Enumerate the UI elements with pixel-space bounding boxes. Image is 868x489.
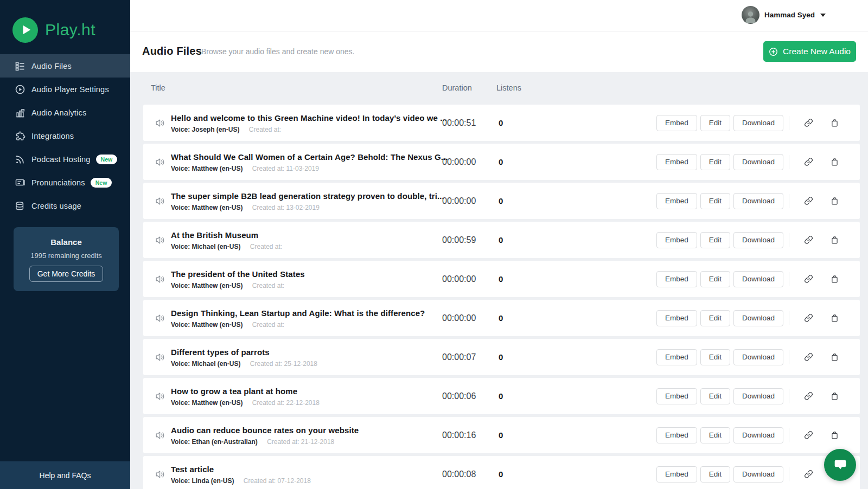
embed-button[interactable]: Embed xyxy=(656,310,697,326)
download-button[interactable]: Download xyxy=(733,193,783,209)
chat-launcher-button[interactable] xyxy=(824,449,856,481)
edit-button[interactable]: Edit xyxy=(700,310,730,326)
copy-link-icon[interactable] xyxy=(804,196,814,206)
sidebar-item-pronunciations[interactable]: PronunciationsNew xyxy=(0,171,130,194)
brand-logo[interactable]: Play.ht xyxy=(0,0,130,49)
copy-link-icon[interactable] xyxy=(804,274,814,284)
download-button[interactable]: Download xyxy=(733,466,783,482)
speaker-icon xyxy=(155,117,167,129)
edit-button[interactable]: Edit xyxy=(700,232,730,248)
copy-link-icon[interactable] xyxy=(804,313,814,323)
row-actions: Embed Edit Download xyxy=(653,193,840,209)
row-actions: Embed Edit Download xyxy=(653,154,840,170)
download-button[interactable]: Download xyxy=(733,115,783,131)
embed-button[interactable]: Embed xyxy=(656,388,697,404)
audio-duration: 00:00:59 xyxy=(442,235,496,245)
create-new-audio-button[interactable]: Create New Audio xyxy=(763,41,856,62)
row-actions: Embed Edit Download xyxy=(653,388,840,404)
audio-created-at: Created at: 21-12-2018 xyxy=(267,438,334,446)
audio-voice: Voice: Matthew (en-US) xyxy=(171,321,242,329)
audio-duration: 00:00:07 xyxy=(442,352,496,362)
download-button[interactable]: Download xyxy=(733,310,783,326)
sidebar-item-podcast-hosting[interactable]: Podcast HostingNew xyxy=(0,147,130,171)
audio-files-table: Title Duration Listens Hello and welcome… xyxy=(130,72,868,489)
download-button[interactable]: Download xyxy=(733,388,783,404)
delete-icon[interactable] xyxy=(830,196,840,206)
copy-link-icon[interactable] xyxy=(804,352,814,362)
delete-icon[interactable] xyxy=(830,313,840,323)
audio-title: The president of the United States xyxy=(171,269,305,279)
sidebar-nav: Audio FilesAudio Player SettingsAudio An… xyxy=(0,54,130,217)
copy-link-icon[interactable] xyxy=(804,430,814,440)
actions-divider xyxy=(789,350,789,364)
delete-icon[interactable] xyxy=(830,391,840,401)
embed-button[interactable]: Embed xyxy=(656,466,697,482)
audio-duration: 00:00:00 xyxy=(442,157,496,167)
copy-link-icon[interactable] xyxy=(804,157,814,167)
sidebar-item-label: Integrations xyxy=(31,132,74,140)
sidebar-item-label: Audio Files xyxy=(31,62,72,70)
sidebar-item-integrations[interactable]: Integrations xyxy=(0,124,130,147)
embed-button[interactable]: Embed xyxy=(656,427,697,443)
edit-button[interactable]: Edit xyxy=(700,466,730,482)
embed-button[interactable]: Embed xyxy=(656,271,697,287)
audio-created-at: Created at: 13-02-2019 xyxy=(252,204,320,211)
audio-duration: 00:00:00 xyxy=(442,313,496,323)
edit-button[interactable]: Edit xyxy=(700,154,730,170)
audio-voice: Voice: Michael (en-US) xyxy=(171,360,240,368)
sidebar-item-credits-usage[interactable]: Credits usage xyxy=(0,194,130,217)
balance-title: Balance xyxy=(14,237,119,247)
copy-link-icon[interactable] xyxy=(804,391,814,401)
actions-divider xyxy=(789,467,789,481)
user-menu[interactable]: Hammad Syed xyxy=(742,6,826,24)
play-circle-icon xyxy=(15,84,25,95)
row-actions: Embed Edit Download xyxy=(653,232,840,248)
download-button[interactable]: Download xyxy=(733,232,783,248)
sidebar-item-audio-analytics[interactable]: Audio Analytics xyxy=(0,101,130,124)
download-button[interactable]: Download xyxy=(733,349,783,365)
edit-button[interactable]: Edit xyxy=(700,427,730,443)
delete-icon[interactable] xyxy=(830,430,840,440)
avatar xyxy=(742,6,760,24)
sidebar-item-label: Audio Player Settings xyxy=(31,85,109,94)
delete-icon[interactable] xyxy=(830,118,840,128)
edit-button[interactable]: Edit xyxy=(700,349,730,365)
download-button[interactable]: Download xyxy=(733,154,783,170)
table-row: What Should We Call Women of a Certain A… xyxy=(143,144,860,180)
download-button[interactable]: Download xyxy=(733,427,783,443)
edit-button[interactable]: Edit xyxy=(700,271,730,287)
sidebar-item-audio-player-settings[interactable]: Audio Player Settings xyxy=(0,78,130,101)
audio-voice: Voice: Matthew (en-US) xyxy=(171,204,242,211)
delete-icon[interactable] xyxy=(830,352,840,362)
audio-listens: 0 xyxy=(496,313,556,323)
get-more-credits-button[interactable]: Get More Credits xyxy=(29,266,104,282)
delete-icon[interactable] xyxy=(830,157,840,167)
row-actions: Embed Edit Download xyxy=(653,349,840,365)
embed-button[interactable]: Embed xyxy=(656,115,697,131)
copy-link-icon[interactable] xyxy=(804,469,814,479)
delete-icon[interactable] xyxy=(830,274,840,284)
speaker-icon xyxy=(155,429,167,441)
embed-button[interactable]: Embed xyxy=(656,232,697,248)
row-actions: Embed Edit Download xyxy=(653,466,840,482)
help-and-faqs-link[interactable]: Help and FAQs xyxy=(0,461,130,489)
table-rows: Hello and welcome to this Green Machine … xyxy=(143,105,860,489)
edit-button[interactable]: Edit xyxy=(700,388,730,404)
embed-button[interactable]: Embed xyxy=(656,193,697,209)
embed-button[interactable]: Embed xyxy=(656,349,697,365)
sidebar-item-audio-files[interactable]: Audio Files xyxy=(0,54,130,78)
copy-link-icon[interactable] xyxy=(804,235,814,245)
table-row: Audio can reduce bounce rates on your we… xyxy=(143,417,860,453)
copy-link-icon[interactable] xyxy=(804,118,814,128)
edit-button[interactable]: Edit xyxy=(700,115,730,131)
row-title-cell: How to grow a tea plant at home Voice: M… xyxy=(155,385,442,407)
audio-voice: Voice: Joseph (en-US) xyxy=(171,126,239,133)
audio-created-at: Created at: xyxy=(252,321,284,329)
sidebar: Play.ht Audio FilesAudio Player Settings… xyxy=(0,0,130,489)
delete-icon[interactable] xyxy=(830,235,840,245)
queue-icon xyxy=(15,61,25,72)
audio-created-at: Created at: 22-12-2018 xyxy=(252,399,320,407)
embed-button[interactable]: Embed xyxy=(656,154,697,170)
edit-button[interactable]: Edit xyxy=(700,193,730,209)
download-button[interactable]: Download xyxy=(733,271,783,287)
